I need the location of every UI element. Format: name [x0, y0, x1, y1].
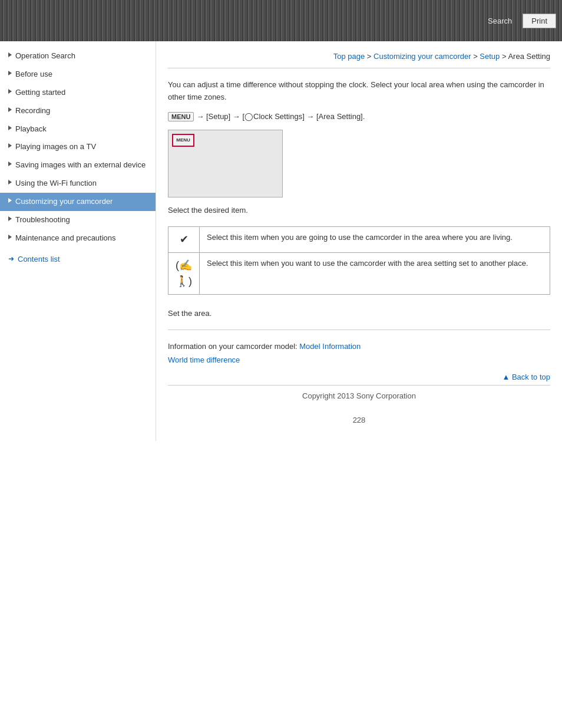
back-to-top-link[interactable]: ▲ Back to top	[502, 373, 550, 381]
arrow-icon	[8, 89, 12, 94]
arrow-icon	[8, 52, 12, 57]
sidebar-item-recording[interactable]: Recording	[0, 102, 156, 120]
sidebar-item-label: Customizing your camcorder	[15, 197, 150, 207]
sidebar-item-label: Recording	[15, 106, 150, 116]
breadcrumb: Top page > Customizing your camcorder > …	[168, 47, 550, 68]
arrow-icon	[8, 126, 12, 130]
breadcrumb-customizing-link[interactable]: Customizing your camcorder	[373, 52, 471, 61]
sidebar-item-label: Playing images on a TV	[15, 142, 150, 152]
breadcrumb-current: Area Setting	[508, 52, 550, 61]
set-area-text: Set the area.	[168, 307, 550, 318]
sidebar-item-label: Playback	[15, 124, 150, 134]
print-button[interactable]: Print	[523, 14, 556, 28]
arrow-icon	[8, 216, 12, 221]
back-to-top: ▲ Back to top	[168, 373, 550, 381]
arrow-icon	[8, 71, 12, 75]
sidebar-item-troubleshooting[interactable]: Troubleshooting	[0, 211, 156, 229]
arrow-icon	[8, 180, 12, 185]
sidebar: Operation Search Before use Getting star…	[0, 41, 156, 441]
option-traveler-icon: (✍🚶)	[168, 252, 200, 294]
sidebar-item-label: Operation Search	[15, 51, 150, 61]
sidebar-item-playing-images-tv[interactable]: Playing images on a TV	[0, 138, 156, 156]
breadcrumb-sep1: >	[365, 52, 373, 61]
breadcrumb-sep2: >	[471, 52, 480, 61]
arrow-icon	[8, 143, 12, 148]
option-home-description: Select this item when you are going to u…	[200, 226, 550, 252]
sidebar-item-playback[interactable]: Playback	[0, 120, 156, 139]
arrow-icon	[8, 107, 12, 112]
sidebar-item-label: Saving images with an external device	[15, 160, 150, 170]
divider	[168, 330, 550, 330]
main-layout: Operation Search Before use Getting star…	[0, 41, 562, 441]
camera-menu-label: MENU	[176, 137, 190, 143]
option-checkmark-icon: ✔	[168, 226, 200, 252]
contents-list-label: Contents list	[18, 255, 60, 263]
menu-button-label: MENU	[168, 112, 194, 121]
camera-menu-button: MENU	[172, 134, 194, 147]
sidebar-item-label: Maintenance and precautions	[15, 233, 150, 243]
sidebar-item-saving-images[interactable]: Saving images with an external device	[0, 156, 156, 174]
header: Search Print	[0, 0, 562, 41]
select-item-text: Select the desired item.	[168, 206, 550, 215]
model-info-prefix: Information on your camcorder model:	[168, 342, 299, 351]
breadcrumb-sep3: >	[500, 52, 508, 61]
content-area: Top page > Customizing your camcorder > …	[156, 41, 562, 441]
menu-instruction: MENU → [Setup] → [◯Clock Settings] → [Ar…	[168, 112, 550, 121]
header-button-group: Search Print	[480, 14, 556, 28]
sidebar-item-customizing[interactable]: Customizing your camcorder	[0, 193, 156, 211]
sidebar-item-operation-search[interactable]: Operation Search	[0, 47, 156, 65]
option-traveler-description: Select this item when you want to use th…	[200, 252, 550, 294]
sidebar-item-label: Before use	[15, 70, 150, 80]
arrow-icon	[8, 162, 12, 166]
options-table: ✔ Select this item when you are going to…	[168, 226, 550, 295]
arrow-icon	[8, 198, 12, 203]
world-time-link[interactable]: World time difference	[168, 355, 240, 364]
sidebar-item-getting-started[interactable]: Getting started	[0, 84, 156, 102]
camera-screen-mockup: MENU	[168, 130, 283, 197]
sidebar-item-maintenance[interactable]: Maintenance and precautions	[0, 229, 156, 248]
footer-bar: Copyright 2013 Sony Corporation	[168, 385, 550, 406]
article-intro: You can adjust a time difference without…	[168, 79, 550, 104]
sidebar-item-label: Troubleshooting	[15, 215, 150, 225]
footer-links: Information on your camcorder model: Mod…	[168, 340, 550, 367]
search-button[interactable]: Search	[480, 14, 520, 28]
breadcrumb-top-link[interactable]: Top page	[333, 52, 365, 61]
breadcrumb-setup-link[interactable]: Setup	[480, 52, 500, 61]
contents-list-link[interactable]: ➜ Contents list	[0, 248, 156, 271]
copyright-text: Copyright 2013 Sony Corporation	[302, 391, 416, 400]
arrow-icon	[8, 235, 12, 239]
sidebar-item-label: Using the Wi-Fi function	[15, 179, 150, 189]
page-number: 228	[168, 406, 550, 429]
table-row: (✍🚶) Select this item when you want to u…	[168, 252, 550, 294]
sidebar-item-wifi[interactable]: Using the Wi-Fi function	[0, 174, 156, 193]
sidebar-item-before-use[interactable]: Before use	[0, 65, 156, 84]
model-info-link[interactable]: Model Information	[299, 342, 361, 351]
table-row: ✔ Select this item when you are going to…	[168, 226, 550, 252]
sidebar-item-label: Getting started	[15, 88, 150, 98]
menu-instruction-text: → [Setup] → [◯Clock Settings] → [Area Se…	[196, 112, 365, 121]
arrow-right-icon: ➜	[8, 255, 14, 263]
